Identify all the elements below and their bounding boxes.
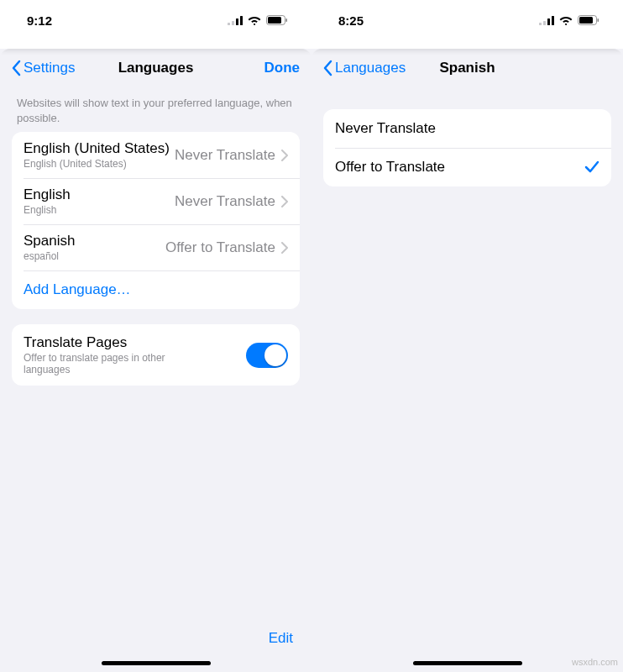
modal-peek (0, 34, 312, 49)
language-sub: español (24, 250, 75, 262)
language-title: English (24, 186, 71, 203)
status-time: 9:12 (27, 13, 52, 28)
section-hint: Websites will show text in your preferre… (0, 87, 312, 132)
language-setting: Offer to Translate (165, 239, 275, 256)
chevron-right-icon (281, 196, 288, 207)
language-title: Spanish (24, 233, 75, 249)
modal-peek (312, 34, 623, 49)
home-indicator[interactable] (413, 661, 522, 665)
sheet: Languages Spanish Never Translate Offer … (312, 49, 623, 672)
add-language-row[interactable]: Add Language… (12, 270, 300, 309)
chevron-left-icon (12, 60, 22, 76)
nav-bar: Languages Spanish (312, 49, 623, 87)
watermark: wsxdn.com (572, 657, 618, 667)
svg-rect-8 (543, 21, 546, 25)
sheet: Settings Languages Done Websites will sh… (0, 49, 312, 672)
language-row[interactable]: English (United States) English (United … (12, 132, 300, 178)
chevron-right-icon (281, 242, 288, 254)
language-sub: English (United States) (24, 158, 170, 170)
option-row[interactable]: Never Translate (323, 109, 611, 148)
phone-left: 9:12 Settings Languages Done Websites wi… (0, 0, 312, 672)
translate-pages-row: Translate Pages Offer to translate pages… (12, 324, 300, 386)
cellular-icon (228, 16, 243, 25)
option-label: Never Translate (335, 120, 436, 137)
svg-rect-13 (598, 18, 599, 22)
option-label: Offer to Translate (335, 159, 445, 176)
wifi-icon (559, 15, 573, 25)
back-label: Settings (24, 60, 75, 76)
language-sub: English (24, 204, 71, 216)
done-button[interactable]: Done (264, 60, 301, 76)
status-time: 8:25 (338, 13, 364, 28)
phone-right: 8:25 Languages Spanish Never Translate O (312, 0, 623, 672)
cellular-icon (539, 16, 554, 25)
wifi-icon (248, 15, 261, 25)
translate-pages-group: Translate Pages Offer to translate pages… (12, 324, 300, 386)
svg-rect-7 (539, 23, 542, 25)
checkmark-icon (584, 160, 599, 174)
chevron-right-icon (281, 150, 288, 161)
translate-pages-title: Translate Pages (24, 334, 208, 351)
footer: Edit (0, 630, 312, 672)
home-indicator[interactable] (102, 661, 211, 665)
status-bar: 8:25 (312, 12, 623, 29)
languages-group: English (United States) English (United … (12, 132, 300, 309)
language-row[interactable]: English English Never Translate (12, 178, 300, 224)
status-bar: 9:12 (0, 12, 312, 29)
language-setting: Never Translate (175, 147, 275, 164)
svg-rect-10 (552, 16, 554, 25)
svg-rect-12 (579, 17, 593, 24)
status-area: 9:12 (0, 0, 312, 34)
svg-rect-2 (236, 18, 238, 25)
chevron-left-icon (323, 60, 333, 76)
nav-bar: Settings Languages Done (0, 49, 312, 87)
status-area: 8:25 (312, 0, 623, 34)
options-group: Never Translate Offer to Translate (323, 109, 611, 186)
language-row[interactable]: Spanish español Offer to Translate (12, 224, 300, 270)
svg-rect-5 (268, 17, 281, 24)
add-language-label: Add Language… (24, 281, 131, 298)
translate-pages-toggle[interactable] (246, 343, 288, 368)
spacer (312, 87, 623, 109)
svg-rect-0 (228, 23, 230, 25)
svg-rect-6 (286, 18, 288, 22)
battery-icon (578, 15, 599, 25)
language-title: English (United States) (24, 140, 170, 157)
option-row[interactable]: Offer to Translate (323, 148, 611, 186)
language-setting: Never Translate (175, 193, 275, 210)
svg-rect-9 (547, 18, 550, 25)
edit-button[interactable]: Edit (269, 630, 293, 646)
back-button[interactable]: Languages (323, 60, 406, 76)
battery-icon (266, 15, 288, 25)
back-button[interactable]: Settings (12, 60, 75, 76)
svg-rect-3 (240, 16, 243, 25)
translate-pages-sub: Offer to translate pages in other langua… (24, 352, 208, 375)
svg-rect-1 (232, 21, 234, 25)
back-label: Languages (335, 60, 406, 76)
status-indicators (228, 15, 288, 25)
status-indicators (539, 15, 599, 25)
